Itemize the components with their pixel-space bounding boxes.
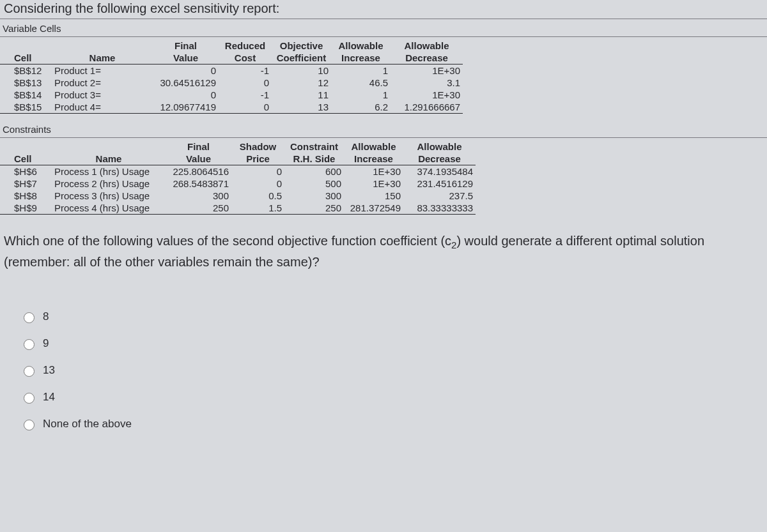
cell-value: 1.291666667 (391, 101, 463, 114)
cell-value: 1 (331, 89, 391, 101)
cell-value: 0 (153, 65, 219, 77)
row-name: Process 3 (hrs) Usage (52, 190, 166, 202)
cell-value: 0 (153, 89, 219, 101)
cell-value: 1E+30 (344, 178, 403, 190)
cell-value: 6.2 (331, 101, 391, 114)
option-13[interactable]: 13 (20, 364, 767, 377)
cell-value: 3.1 (391, 77, 463, 89)
cell-value: 0 (231, 178, 284, 190)
vc-hdr-name: Name (52, 52, 153, 65)
cell-value: 500 (284, 178, 344, 190)
option-label: None of the above (43, 418, 132, 430)
table-row: $H$6 Process 1 (hrs) Usage 225.8064516 0… (0, 165, 476, 178)
table-row: $B$13 Product 2= 30.64516129 0 12 46.5 3… (0, 77, 463, 89)
cell-value: 300 (284, 190, 344, 202)
vc-hdr-coeff: Coefficient (272, 52, 331, 65)
cell-value: 600 (284, 165, 344, 178)
answer-options: 8 9 13 14 None of the above (0, 272, 767, 430)
radio-input[interactable] (24, 366, 35, 377)
cell-ref: $B$13 (0, 77, 52, 89)
cell-value: -1 (219, 89, 272, 101)
option-label: 8 (43, 310, 49, 323)
vc-hdr-allow-dec: Allowable (391, 40, 463, 52)
cell-value: 1E+30 (391, 65, 463, 77)
intro-text: Considering the following excel sensitiv… (0, 0, 767, 19)
cell-value: 237.5 (403, 190, 476, 202)
row-name: Product 2= (52, 77, 153, 89)
cell-ref: $H$7 (0, 178, 52, 190)
cell-value: 1 (331, 65, 391, 77)
cell-ref: $H$9 (0, 202, 52, 215)
co-hdr-cell: Cell (0, 153, 52, 165)
cell-value: 250 (166, 202, 231, 215)
option-none[interactable]: None of the above (20, 418, 767, 430)
co-hdr-shadow: Shadow (231, 141, 284, 153)
table-row: $B$15 Product 4= 12.09677419 0 13 6.2 1.… (0, 101, 463, 114)
co-hdr-price: Price (231, 153, 284, 165)
cell-value: 225.8064516 (166, 165, 231, 178)
table-row: $B$14 Product 3= 0 -1 11 1 1E+30 (0, 89, 463, 101)
cell-ref: $H$6 (0, 165, 52, 178)
cell-value: 0 (219, 101, 272, 114)
vc-hdr-value: Value (153, 52, 219, 65)
cell-value: 300 (166, 190, 231, 202)
cell-value: 10 (272, 65, 331, 77)
radio-input[interactable] (24, 420, 35, 430)
cell-value: 150 (344, 190, 403, 202)
cell-value: 0 (231, 165, 284, 178)
cell-value: 12 (272, 77, 331, 89)
row-name: Process 2 (hrs) Usage (52, 178, 166, 190)
vc-hdr-cell: Cell (0, 52, 52, 65)
radio-input[interactable] (24, 339, 35, 350)
row-name: Product 1= (52, 65, 153, 77)
vc-hdr-final: Final (153, 40, 219, 52)
option-14[interactable]: 14 (20, 391, 767, 404)
radio-input[interactable] (24, 312, 35, 323)
cell-ref: $B$12 (0, 65, 52, 77)
cell-value: 1E+30 (391, 89, 463, 101)
cell-value: 268.5483871 (166, 178, 231, 190)
vc-hdr-increase: Increase (331, 52, 391, 65)
cell-value: 1.5 (231, 202, 284, 215)
option-label: 13 (43, 364, 55, 377)
co-hdr-final: Final (166, 141, 231, 153)
option-9[interactable]: 9 (20, 337, 767, 350)
cell-ref: $B$14 (0, 89, 52, 101)
cell-value: 30.64516129 (153, 77, 219, 89)
row-name: Product 4= (52, 101, 153, 114)
vc-hdr-reduced: Reduced (219, 40, 272, 52)
co-hdr-value: Value (166, 153, 231, 165)
table-row: $H$9 Process 4 (hrs) Usage 250 1.5 250 2… (0, 202, 476, 215)
cell-value: 250 (284, 202, 344, 215)
vc-hdr-decrease: Decrease (391, 52, 463, 65)
vc-hdr-allow-inc: Allowable (331, 40, 391, 52)
table-row: $H$7 Process 2 (hrs) Usage 268.5483871 0… (0, 178, 476, 190)
radio-input[interactable] (24, 393, 35, 404)
row-name: Process 1 (hrs) Usage (52, 165, 166, 178)
cell-value: 83.33333333 (403, 202, 476, 215)
co-hdr-increase: Increase (344, 153, 403, 165)
co-hdr-name: Name (52, 153, 166, 165)
variable-cells-table: Final Reduced Objective Allowable Allowa… (0, 40, 463, 114)
co-hdr-rhs: R.H. Side (284, 153, 344, 165)
table-row: $B$12 Product 1= 0 -1 10 1 1E+30 (0, 65, 463, 77)
cell-value: 231.4516129 (403, 178, 476, 190)
vc-hdr-objective: Objective (272, 40, 331, 52)
constraints-table: Final Shadow Constraint Allowable Allowa… (0, 141, 476, 215)
section-constraints: Constraints (0, 120, 767, 138)
co-hdr-allow-dec: Allowable (403, 141, 476, 153)
question-text: Which one of the following values of the… (0, 215, 767, 272)
cell-value: -1 (219, 65, 272, 77)
co-hdr-constraint: Constraint (284, 141, 344, 153)
cell-value: 11 (272, 89, 331, 101)
cell-value: 1E+30 (344, 165, 403, 178)
option-8[interactable]: 8 (20, 310, 767, 323)
cell-value: 281.372549 (344, 202, 403, 215)
cell-ref: $B$15 (0, 101, 52, 114)
option-label: 9 (43, 337, 49, 350)
cell-value: 0 (219, 77, 272, 89)
row-name: Product 3= (52, 89, 153, 101)
co-hdr-allow-inc: Allowable (344, 141, 403, 153)
co-hdr-decrease: Decrease (403, 153, 476, 165)
table-row: $H$8 Process 3 (hrs) Usage 300 0.5 300 1… (0, 190, 476, 202)
